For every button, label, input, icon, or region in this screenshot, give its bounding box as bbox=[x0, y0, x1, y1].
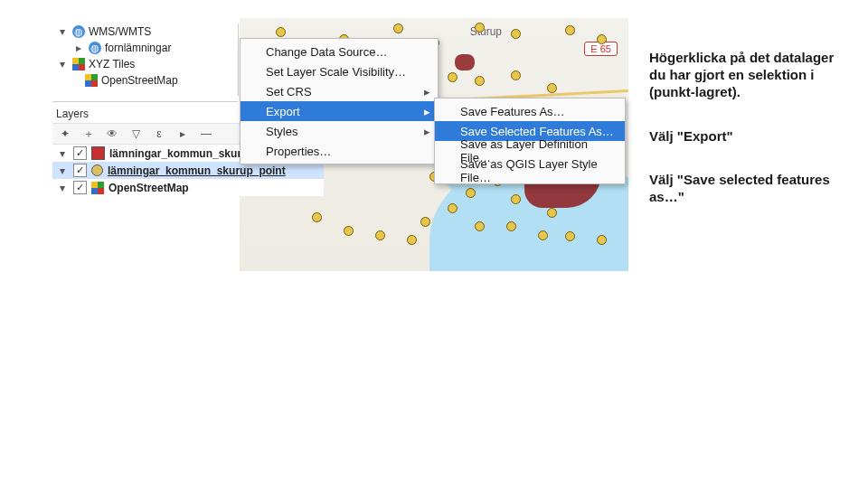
context-menu-label: Save Selected Features As… bbox=[460, 125, 614, 138]
chevron-right-icon: ▸ bbox=[424, 105, 430, 118]
globe-icon: ◍ bbox=[89, 42, 101, 54]
ctx-change-data-source[interactable]: Change Data Source… bbox=[241, 42, 438, 61]
context-menu-label: Properties… bbox=[266, 145, 331, 158]
context-submenu-export: Save Features As… Save Selected Features… bbox=[434, 98, 626, 184]
sub-save-style[interactable]: Save as QGIS Layer Style File… bbox=[435, 161, 625, 181]
layer-label: OpenStreetMap bbox=[108, 182, 189, 194]
expand-all-icon[interactable]: ▸ bbox=[174, 125, 192, 143]
context-menu-label: Export bbox=[266, 105, 300, 118]
xyz-icon bbox=[85, 74, 98, 87]
tree-item-osm[interactable]: OpenStreetMap bbox=[52, 72, 238, 89]
collapse-icon[interactable]: ▾ bbox=[56, 25, 69, 38]
ctx-set-crs[interactable]: Set CRS ▸ bbox=[241, 81, 438, 101]
ctx-properties[interactable]: Properties… bbox=[241, 141, 438, 161]
layer-item[interactable]: ▾ ✓ OpenStreetMap bbox=[52, 179, 324, 196]
instruction-step-2: Välj "Export" bbox=[649, 128, 839, 145]
browser-panel: ▾ ◍ WMS/WMTS ▸ ◍ fornlämningar ▾ XYZ Til… bbox=[52, 23, 239, 96]
globe-icon: ◍ bbox=[72, 25, 85, 38]
expand-icon[interactable]: ▸ bbox=[72, 42, 85, 54]
tree-label: XYZ Tiles bbox=[89, 58, 135, 70]
remove-icon[interactable]: — bbox=[197, 125, 215, 143]
layer-label: lämningar_kommun_skuru bbox=[109, 147, 248, 160]
ctx-export[interactable]: Export ▸ bbox=[241, 101, 438, 121]
collapse-icon[interactable]: ▾ bbox=[56, 58, 69, 70]
tree-label: OpenStreetMap bbox=[101, 74, 178, 87]
square-red-swatch bbox=[91, 146, 105, 160]
ctx-styles[interactable]: Styles ▸ bbox=[241, 121, 438, 141]
tree-label: WMS/WMTS bbox=[89, 25, 151, 38]
context-menu-label: Set Layer Scale Visibility… bbox=[266, 65, 406, 79]
collapse-icon[interactable]: ▾ bbox=[56, 164, 69, 177]
sub-save-features[interactable]: Save Features As… bbox=[435, 101, 625, 121]
add-group-icon[interactable]: ＋ bbox=[80, 125, 98, 143]
circle-yellow-swatch bbox=[91, 164, 103, 176]
context-menu-label: Save as QGIS Layer Style File… bbox=[460, 157, 616, 184]
chevron-right-icon: ▸ bbox=[424, 85, 430, 99]
context-menu-label: Styles bbox=[266, 125, 297, 138]
xyz-icon bbox=[72, 58, 85, 70]
context-menu-label: Set CRS bbox=[266, 85, 312, 99]
checkbox[interactable]: ✓ bbox=[73, 181, 87, 194]
expression-icon[interactable]: ε bbox=[150, 125, 168, 143]
instruction-step-1: Högerklicka på det datalager du har gjor… bbox=[649, 50, 839, 100]
ctx-set-layer-visibility[interactable]: Set Layer Scale Visibility… bbox=[241, 61, 438, 81]
checkbox[interactable]: ✓ bbox=[73, 164, 87, 177]
collapse-icon[interactable]: ▾ bbox=[56, 147, 69, 160]
instruction-step-3: Välj "Save selected features as…" bbox=[649, 172, 839, 206]
context-menu-label: Save Features As… bbox=[460, 105, 565, 118]
tree-item-xyz[interactable]: ▾ XYZ Tiles bbox=[52, 56, 238, 72]
xyz-icon bbox=[91, 182, 104, 194]
layer-label: lämningar_kommun_skurup_point bbox=[108, 164, 286, 177]
filter-icon[interactable]: ▽ bbox=[127, 125, 145, 143]
checkbox[interactable]: ✓ bbox=[73, 146, 87, 160]
chevron-right-icon: ▸ bbox=[424, 125, 430, 138]
tree-item-wms-child[interactable]: ▸ ◍ fornlämningar bbox=[52, 40, 238, 56]
collapse-icon[interactable]: ▾ bbox=[56, 182, 69, 194]
toggle-styling-icon[interactable]: ✦ bbox=[56, 125, 74, 143]
context-menu: Change Data Source… Set Layer Scale Visi… bbox=[240, 38, 439, 164]
tree-label: fornlämningar bbox=[105, 42, 171, 54]
tree-item-wms[interactable]: ▾ ◍ WMS/WMTS bbox=[52, 23, 238, 40]
visibility-icon[interactable]: 👁 bbox=[103, 125, 121, 143]
context-menu-label: Change Data Source… bbox=[266, 45, 387, 59]
